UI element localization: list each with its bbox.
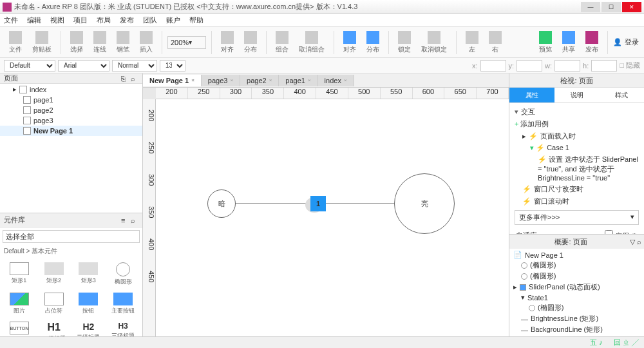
maximize-button[interactable]: ☐ — [601, 2, 621, 12]
statusbar: 五 ♪ ゝ 回 ㄓ ╱ — [0, 336, 644, 348]
minimize-button[interactable]: — — [581, 2, 600, 12]
x-input[interactable] — [480, 60, 506, 72]
menu-file[interactable]: 文件 — [4, 15, 18, 25]
zoom-select[interactable]: 200% ▾ — [167, 36, 206, 49]
preview-icon[interactable] — [539, 31, 552, 44]
tree-page2[interactable]: page2 — [0, 105, 142, 115]
widget-rect1[interactable]: 矩形1 — [3, 260, 36, 289]
right-icon[interactable] — [489, 31, 502, 44]
canvas[interactable]: 暗 亮 1 — [156, 99, 509, 336]
weight-select[interactable]: Normal — [112, 60, 157, 72]
menu-publish[interactable]: 发布 — [120, 15, 134, 25]
widget-primary-button[interactable]: 主要按钮 — [106, 290, 140, 318]
tab-page1[interactable]: page1× — [279, 75, 317, 86]
lib-search-icon[interactable]: ⌕ — [131, 217, 138, 224]
widget-button[interactable]: 按钮 — [72, 290, 106, 318]
lib-menu-icon[interactable]: ≡ — [121, 217, 129, 224]
widget-rect3[interactable]: 矩形3 — [72, 260, 106, 289]
close-button[interactable]: ✕ — [622, 2, 641, 12]
tab-properties[interactable]: 属性 — [509, 88, 554, 102]
ix-section-header[interactable]: ▾ 交互 — [512, 106, 641, 118]
group-icon[interactable] — [276, 31, 289, 44]
pen-icon[interactable] — [117, 31, 129, 44]
outline-background[interactable]: — BackgroundLine (矩形) — [511, 324, 643, 335]
w-input[interactable] — [554, 60, 580, 72]
menu-account[interactable]: 账户 — [166, 15, 180, 25]
widget-rect2[interactable]: 矩形2 — [37, 260, 71, 289]
property-bar: Default Arial Normal 13 x: y: w: h: □ 隐藏 — [0, 58, 644, 73]
publish-icon[interactable] — [585, 31, 598, 44]
outline-ellipse3[interactable]: (椭圆形) — [511, 302, 643, 313]
menu-layout[interactable]: 布局 — [97, 15, 111, 25]
tab-newpage[interactable]: New Page 1× — [143, 75, 202, 86]
ungroup-icon[interactable] — [305, 31, 318, 44]
h-input[interactable] — [591, 60, 617, 72]
search-icon[interactable]: ⌕ — [131, 75, 138, 82]
event-scroll[interactable]: ⚡ 窗口滚动时 — [512, 195, 641, 208]
light-circle[interactable]: 亮 — [394, 173, 455, 234]
menu-project[interactable]: 项目 — [73, 15, 88, 25]
add-page-icon[interactable]: ⎘ — [121, 75, 129, 82]
lib-search-input[interactable] — [3, 230, 140, 243]
size-select[interactable]: 13 — [160, 60, 185, 72]
menu-help[interactable]: 帮助 — [189, 15, 204, 25]
tree-newpage[interactable]: New Page 1 — [0, 126, 142, 136]
outline-state1[interactable]: ▾ State1 — [511, 293, 643, 302]
login-button[interactable]: 👤 登录 — [613, 37, 639, 47]
insert-icon[interactable] — [140, 31, 153, 44]
style-select[interactable]: Default — [4, 60, 55, 72]
widget-placeholder[interactable]: 占位符 — [37, 290, 71, 318]
unlock-icon[interactable] — [428, 31, 440, 44]
widgets-header: 元件库 ≡ ⌕ — [0, 213, 142, 227]
menu-edit[interactable]: 编辑 — [27, 15, 41, 25]
alignv-icon[interactable] — [343, 31, 356, 44]
page-tabs: New Page 1× page3× page2× page1× index× — [143, 73, 509, 88]
clipboard-icon[interactable] — [35, 31, 48, 44]
widget-ellipse[interactable]: 椭圆形 — [106, 260, 140, 289]
tab-index[interactable]: index× — [318, 75, 354, 86]
select-icon[interactable] — [70, 31, 83, 44]
filter-icon[interactable]: ▽ — [630, 238, 635, 246]
add-case-link[interactable]: + 添加用例 — [512, 118, 641, 130]
outline-ellipse1[interactable]: (椭圆形) — [511, 260, 643, 271]
dist-icon[interactable] — [244, 31, 257, 44]
align-icon[interactable] — [221, 31, 234, 44]
window-title: 未命名 - Axure RP 8 团队版：米 业成 (STUDENT) 已授权 … — [14, 2, 581, 12]
font-select[interactable]: Arial — [58, 60, 109, 72]
widget-image[interactable]: 图片 — [3, 290, 36, 318]
case-1[interactable]: ▾ ⚡ Case 1 — [512, 142, 641, 153]
outline-panel[interactable]: ▸ SliderPanel (动态面板) — [511, 282, 643, 293]
event-resize[interactable]: ⚡ 窗口尺寸改变时 — [512, 183, 641, 195]
outline-ellipse2[interactable]: (椭圆形) — [511, 271, 643, 282]
menu-view[interactable]: 视图 — [50, 15, 64, 25]
left-icon[interactable] — [466, 31, 478, 44]
widget-h2[interactable]: H2二级标题 — [72, 319, 106, 336]
outline-brightness[interactable]: — BrightnessLine (矩形) — [511, 313, 643, 324]
action-set[interactable]: ⚡ 设置 选中状态于 SliderPanel = "true", and 选中状… — [512, 153, 641, 183]
y-input[interactable] — [516, 60, 542, 72]
slider-thumb[interactable]: 1 — [310, 196, 326, 211]
outline-search-icon[interactable]: ⌕ — [637, 238, 641, 246]
menu-team[interactable]: 团队 — [143, 15, 157, 25]
tab-notes[interactable]: 说明 — [554, 88, 600, 102]
tab-page2[interactable]: page2× — [240, 75, 279, 86]
tree-page1[interactable]: page1 — [0, 95, 142, 105]
more-events[interactable]: 更多事件>>>▾ — [515, 210, 639, 225]
widget-h1[interactable]: H1一级标题 — [37, 319, 71, 336]
tab-page3[interactable]: page3× — [202, 75, 240, 86]
widget-link-button[interactable]: BUTTON链接按钮 — [3, 319, 36, 336]
tree-root[interactable]: ▸ index — [0, 84, 142, 95]
file-icon[interactable] — [9, 31, 22, 44]
event-onload[interactable]: ▸ ⚡ 页面载入时 — [512, 130, 641, 142]
widget-h3[interactable]: H3三级标题 — [106, 319, 140, 336]
connect-icon[interactable] — [93, 31, 106, 44]
tab-style[interactable]: 样式 — [599, 88, 644, 102]
lib-group[interactable]: Default > 基本元件 — [0, 246, 142, 257]
outline-root[interactable]: 📄 New Page 1 — [511, 250, 643, 260]
lock-icon[interactable] — [398, 31, 411, 44]
distv-icon[interactable] — [366, 31, 379, 44]
ime-indicator[interactable]: 五 ♪ ゝ 回 ㄓ ╱ — [590, 338, 639, 347]
share-icon[interactable] — [562, 31, 575, 44]
dark-circle[interactable]: 暗 — [207, 189, 236, 218]
tree-page3[interactable]: page3 — [0, 115, 142, 126]
